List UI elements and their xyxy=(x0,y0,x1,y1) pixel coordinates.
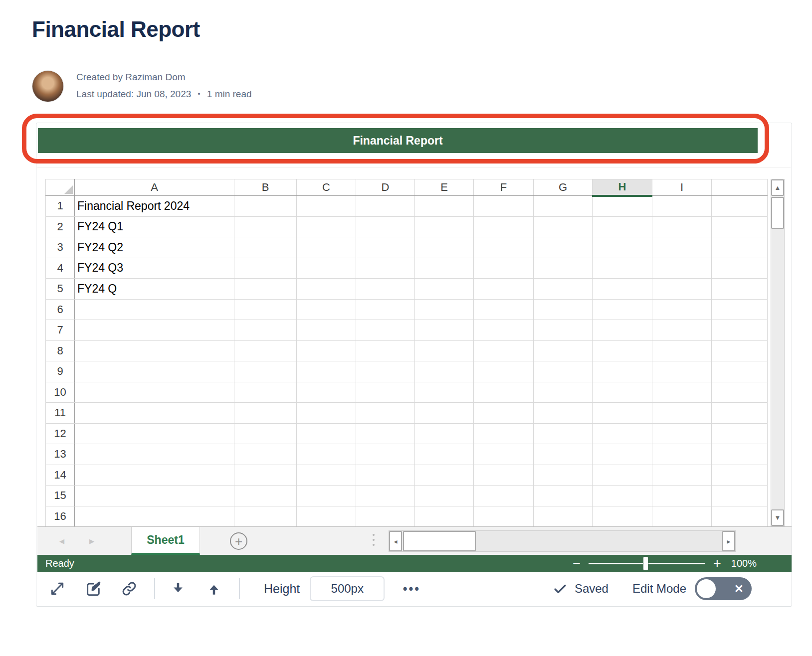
cell-A15[interactable] xyxy=(75,486,234,506)
scroll-up-button[interactable]: ▲ xyxy=(771,179,784,196)
cell-G1[interactable] xyxy=(534,196,593,217)
cell-G15[interactable] xyxy=(534,486,593,506)
cell-D5[interactable] xyxy=(356,279,415,300)
cell-A10[interactable] xyxy=(75,382,234,403)
cell-A1[interactable]: Financial Report 2024 xyxy=(75,196,234,217)
cell-C9[interactable] xyxy=(297,361,356,382)
cell-A2[interactable]: FY24 Q1 xyxy=(75,216,234,237)
cell-H13[interactable] xyxy=(593,444,652,465)
cell-B3[interactable] xyxy=(234,237,297,258)
cell-D8[interactable] xyxy=(356,340,415,361)
cell-H4[interactable] xyxy=(593,258,652,279)
cell-B9[interactable] xyxy=(234,361,297,382)
cell-I9[interactable] xyxy=(652,361,712,382)
cell-E1[interactable] xyxy=(415,196,474,217)
select-all-button[interactable] xyxy=(46,179,75,196)
cell-D11[interactable] xyxy=(356,403,415,424)
cell-B15[interactable] xyxy=(234,486,297,506)
row-header-11[interactable]: 11 xyxy=(46,403,75,424)
cell-A3[interactable]: FY24 Q2 xyxy=(75,237,234,258)
cell-E14[interactable] xyxy=(415,465,474,486)
cell-B10[interactable] xyxy=(234,382,297,403)
next-sheet-button[interactable]: ▸ xyxy=(89,527,94,555)
cell-E10[interactable] xyxy=(415,382,474,403)
cell-B1[interactable] xyxy=(234,196,297,217)
cell-I3[interactable] xyxy=(652,237,712,258)
cell-C13[interactable] xyxy=(297,444,356,465)
cell-G8[interactable] xyxy=(534,340,593,361)
cell-G3[interactable] xyxy=(534,237,593,258)
cell-C10[interactable] xyxy=(297,382,356,403)
row-header-15[interactable]: 15 xyxy=(46,486,75,506)
cell-F4[interactable] xyxy=(474,258,534,279)
vertical-scrollbar-thumb[interactable] xyxy=(771,197,784,229)
cell-D3[interactable] xyxy=(356,237,415,258)
cell-G7[interactable] xyxy=(534,320,593,341)
cell-G16[interactable] xyxy=(534,506,593,527)
cell-A11[interactable] xyxy=(75,403,234,424)
height-input[interactable] xyxy=(310,576,385,601)
cell-H8[interactable] xyxy=(593,340,652,361)
scroll-left-button[interactable]: ◂ xyxy=(389,531,402,551)
column-header-B[interactable]: B xyxy=(234,179,297,196)
cell-I10[interactable] xyxy=(652,382,712,403)
cell-E12[interactable] xyxy=(415,423,474,444)
horizontal-scrollbar[interactable]: ◂ ▸ xyxy=(389,530,736,552)
cell-H12[interactable] xyxy=(593,423,652,444)
row-header-4[interactable]: 4 xyxy=(46,258,75,279)
cell-D14[interactable] xyxy=(356,465,415,486)
cell-F7[interactable] xyxy=(474,320,534,341)
cell-B12[interactable] xyxy=(234,423,297,444)
cell-C3[interactable] xyxy=(297,237,356,258)
column-header-D[interactable]: D xyxy=(356,179,415,196)
cell-H15[interactable] xyxy=(593,486,652,506)
cell-F11[interactable] xyxy=(474,403,534,424)
zoom-in-button[interactable]: + xyxy=(713,557,721,570)
cell-E13[interactable] xyxy=(415,444,474,465)
cell-F1[interactable] xyxy=(474,196,534,217)
cell-B16[interactable] xyxy=(234,506,297,527)
cell-I16[interactable] xyxy=(652,506,712,527)
cell-E9[interactable] xyxy=(415,361,474,382)
avatar[interactable] xyxy=(32,70,64,102)
cell-D10[interactable] xyxy=(356,382,415,403)
cell-E3[interactable] xyxy=(415,237,474,258)
cell-D6[interactable] xyxy=(356,299,415,320)
cell-I2[interactable] xyxy=(652,216,712,237)
cell-C8[interactable] xyxy=(297,340,356,361)
cell-B8[interactable] xyxy=(234,340,297,361)
cell-A12[interactable] xyxy=(75,423,234,444)
cell-E11[interactable] xyxy=(415,403,474,424)
cell-I11[interactable] xyxy=(652,403,712,424)
row-header-8[interactable]: 8 xyxy=(46,340,75,361)
cell-G13[interactable] xyxy=(534,444,593,465)
cell-E8[interactable] xyxy=(415,340,474,361)
cell-A13[interactable] xyxy=(75,444,234,465)
cell-I8[interactable] xyxy=(652,340,712,361)
cell-E6[interactable] xyxy=(415,299,474,320)
zoom-slider[interactable] xyxy=(589,563,705,564)
row-header-10[interactable]: 10 xyxy=(46,382,75,403)
cell-D1[interactable] xyxy=(356,196,415,217)
cell-G4[interactable] xyxy=(534,258,593,279)
sheet-tab-sheet1[interactable]: Sheet1 xyxy=(131,527,200,555)
cell-H2[interactable] xyxy=(593,216,652,237)
column-header-A[interactable]: A xyxy=(75,179,234,196)
cell-E4[interactable] xyxy=(415,258,474,279)
edit-button[interactable] xyxy=(82,578,104,600)
cell-I12[interactable] xyxy=(652,423,712,444)
cell-G11[interactable] xyxy=(534,403,593,424)
cell-F9[interactable] xyxy=(474,361,534,382)
cell-F3[interactable] xyxy=(474,237,534,258)
cell-B5[interactable] xyxy=(234,279,297,300)
cell-F10[interactable] xyxy=(474,382,534,403)
cell-H9[interactable] xyxy=(593,361,652,382)
cell-B4[interactable] xyxy=(234,258,297,279)
cell-B14[interactable] xyxy=(234,465,297,486)
row-header-3[interactable]: 3 xyxy=(46,237,75,258)
row-header-12[interactable]: 12 xyxy=(46,423,75,444)
cell-H6[interactable] xyxy=(593,299,652,320)
cell-B7[interactable] xyxy=(234,320,297,341)
cell-I5[interactable] xyxy=(652,279,712,300)
column-header-C[interactable]: C xyxy=(297,179,356,196)
